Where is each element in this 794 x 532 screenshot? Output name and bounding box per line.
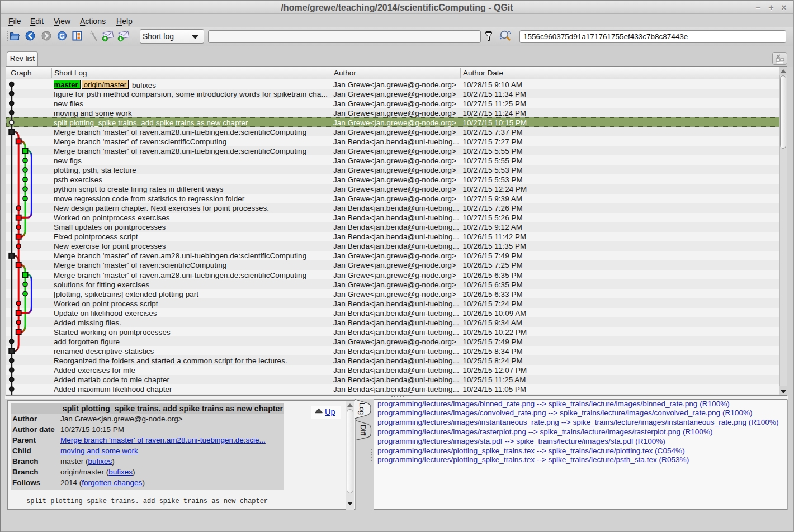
- svg-text:Diff: Diff: [359, 425, 367, 436]
- svg-text:G: G: [59, 32, 64, 40]
- svg-text:Log: Log: [358, 403, 366, 415]
